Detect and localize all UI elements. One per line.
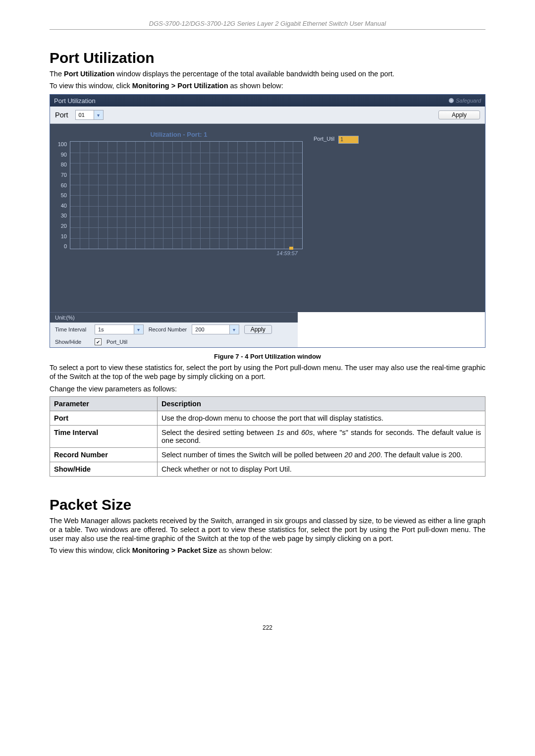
toolbar: Port 01 ▾ Apply	[50, 107, 485, 124]
param-desc: Use the drop-down menu to choose the por…	[158, 411, 485, 425]
post-text-1: To select a port to view these statistic…	[50, 363, 485, 381]
chart-title: Utilization - Port: 1	[55, 131, 303, 138]
parameter-table: Parameter Description Port Use the drop-…	[50, 396, 485, 477]
table-row: Port Use the drop-down menu to choose th…	[50, 411, 485, 425]
post-text-2: Change the view parameters as follows:	[50, 384, 485, 393]
safeguard-text: Safeguard	[456, 98, 481, 104]
chart-current-marker	[289, 247, 293, 250]
port-select[interactable]: 01 ▾	[75, 110, 104, 120]
safeguard-label: Safeguard	[449, 98, 481, 104]
port-util-checkbox[interactable]: ✔	[95, 338, 102, 345]
y-tick: 20	[55, 223, 67, 229]
col-description: Description	[158, 396, 485, 411]
safeguard-icon	[449, 98, 454, 103]
y-tick: 0	[55, 243, 67, 249]
param-name: Time Interval	[50, 425, 158, 447]
y-tick: 70	[55, 172, 67, 178]
table-row: Show/Hide Check whether or not to displa…	[50, 462, 485, 476]
port-utilization-window: Port Utilization Safeguard Port 01 ▾ App…	[50, 94, 485, 348]
param-desc: Check whether or not to display Port Uti…	[158, 462, 485, 476]
apply-chart-button[interactable]: Apply	[244, 325, 272, 334]
apply-button[interactable]: Apply	[438, 110, 480, 119]
legend-value-box: 1	[338, 136, 359, 144]
time-interval-label: Time Interval	[55, 326, 90, 332]
packet-size-body: The Web Manager allows packets received …	[50, 516, 485, 543]
chart-grid	[70, 141, 303, 249]
window-body: Utilization - Port: 1 100 90 80 70 60 50…	[50, 124, 485, 312]
nav-post: as shown below:	[217, 546, 272, 554]
show-hide-label: Show/Hide	[55, 339, 90, 345]
intro-bold: Port Utilization	[64, 70, 114, 78]
port-util-checkbox-label: Port_Util	[107, 339, 127, 345]
col-parameter: Parameter	[50, 396, 158, 411]
intro-post: window displays the percentage of the to…	[114, 70, 394, 78]
y-axis: 100 90 80 70 60 50 40 30 20 10 0	[55, 141, 70, 249]
port-label: Port	[55, 111, 68, 119]
time-interval-value: 1s	[95, 326, 134, 332]
y-tick: 10	[55, 233, 67, 239]
param-name: Show/Hide	[50, 462, 158, 476]
nav-paragraph: To view this window, click Monitoring > …	[50, 81, 485, 90]
record-number-select[interactable]: 200 ▾	[192, 324, 239, 334]
section-port-utilization-title: Port Utilization	[50, 50, 485, 66]
param-desc: Select the desired setting between 1s an…	[158, 425, 485, 447]
chart-panel: Utilization - Port: 1 100 90 80 70 60 50…	[50, 124, 308, 312]
unit-row: Unit:(%)	[50, 312, 298, 323]
port-select-value: 01	[76, 112, 94, 118]
nav-pre: To view this window, click	[50, 546, 132, 554]
chevron-down-icon: ▾	[134, 325, 143, 334]
utilization-chart: 100 90 80 70 60 50 40 30 20 10 0	[55, 141, 303, 249]
record-number-value: 200	[192, 326, 229, 332]
packet-size-nav: To view this window, click Monitoring > …	[50, 546, 485, 555]
y-tick: 80	[55, 162, 67, 167]
table-header-row: Parameter Description	[50, 396, 485, 411]
table-row: Record Number Select number of times the…	[50, 447, 485, 462]
param-name: Port	[50, 411, 158, 425]
legend-label: Port_Util	[314, 136, 334, 142]
section-packet-size-title: Packet Size	[50, 496, 485, 513]
time-interval-select[interactable]: 1s ▾	[95, 324, 144, 334]
y-tick: 60	[55, 182, 67, 188]
nav-pre: To view this window, click	[50, 82, 132, 90]
window-titlebar: Port Utilization Safeguard	[50, 95, 485, 107]
record-number-label: Record Number	[149, 326, 187, 332]
y-tick: 90	[55, 152, 67, 158]
y-tick: 40	[55, 203, 67, 209]
page-number: 222	[50, 624, 485, 631]
y-tick: 30	[55, 213, 67, 218]
nav-bold: Monitoring > Port Utilization	[132, 82, 228, 90]
chevron-down-icon: ▾	[229, 325, 239, 334]
intro-paragraph: The Port Utilization window displays the…	[50, 69, 485, 78]
chevron-down-icon: ▾	[94, 110, 103, 119]
figure-caption: Figure 7 - 4 Port Utilization window	[50, 353, 485, 360]
table-row: Time Interval Select the desired setting…	[50, 425, 485, 447]
y-tick: 100	[55, 141, 67, 147]
controls-row-1: Time Interval 1s ▾ Record Number 200 ▾ A…	[50, 323, 298, 336]
param-desc: Select number of times the Switch will b…	[158, 447, 485, 462]
nav-bold: Monitoring > Packet Size	[132, 546, 217, 554]
y-tick: 50	[55, 192, 67, 198]
param-name: Record Number	[50, 447, 158, 462]
intro-pre: The	[50, 70, 64, 78]
controls-row-2: Show/Hide ✔ Port_Util	[50, 336, 298, 347]
nav-post: as shown below:	[228, 82, 283, 90]
chart-legend: Port_Util 1	[308, 124, 359, 312]
window-title: Port Utilization	[54, 97, 96, 105]
doc-header: DGS-3700-12/DGS-3700-12G Series Layer 2 …	[50, 20, 485, 30]
chart-timestamp: 14:59:57	[55, 250, 303, 256]
